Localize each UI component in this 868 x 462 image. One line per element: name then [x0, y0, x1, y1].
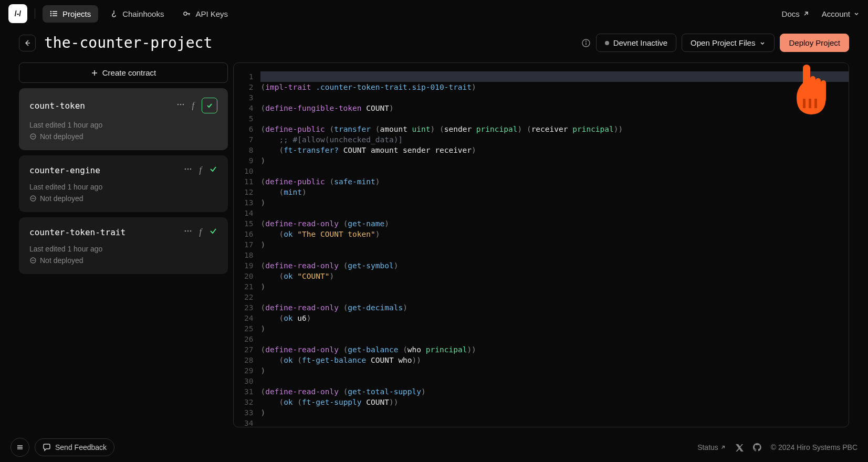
- svg-point-21: [190, 169, 191, 170]
- svg-point-15: [180, 104, 181, 106]
- dots-icon: [176, 100, 185, 109]
- contract-name: counter-token-trait: [29, 227, 180, 237]
- nav-docs[interactable]: Docs: [782, 9, 809, 18]
- x-icon: [735, 443, 744, 452]
- function-button[interactable]: f: [200, 227, 202, 237]
- menu-button[interactable]: [11, 438, 29, 457]
- code-editor[interactable]: 1234567891011121314151617181920212223242…: [233, 62, 849, 427]
- create-contract-button[interactable]: Create contract: [19, 62, 228, 83]
- devnet-button[interactable]: Devnet Inactive: [596, 34, 676, 52]
- contract-edited: Last edited 1 hour ago: [29, 121, 217, 129]
- plus-icon: [91, 69, 98, 77]
- nav-apikeys[interactable]: API Keys: [175, 5, 235, 23]
- open-files-button[interactable]: Open Project Files: [682, 34, 775, 52]
- status-check: [202, 98, 217, 113]
- function-button[interactable]: f: [192, 101, 194, 110]
- status-check: [209, 227, 217, 237]
- more-button[interactable]: [176, 100, 185, 111]
- contract-status: Not deployed: [29, 132, 217, 141]
- menu-icon: [16, 443, 24, 452]
- not-deployed-icon: [29, 257, 37, 264]
- arrow-left-icon: [23, 39, 32, 47]
- dots-icon: [184, 227, 192, 235]
- logo[interactable]: /-/: [8, 4, 27, 23]
- project-title: the-counter-project: [44, 34, 212, 51]
- line-gutter: 1234567891011121314151617181920212223242…: [234, 63, 260, 427]
- nav-label: API Keys: [195, 9, 228, 18]
- github-icon: [753, 443, 761, 452]
- key-icon: [183, 9, 191, 18]
- svg-point-5: [51, 16, 51, 16]
- status-check: [209, 165, 217, 175]
- nav-label: Chainhooks: [122, 9, 164, 18]
- deploy-label: Deploy Project: [789, 38, 840, 47]
- svg-point-19: [184, 169, 186, 170]
- svg-point-25: [187, 230, 189, 232]
- status-dot-icon: [605, 41, 609, 45]
- function-button[interactable]: f: [200, 165, 202, 175]
- list-icon: [50, 9, 58, 18]
- chevron-down-icon: [759, 40, 766, 46]
- contract-status: Not deployed: [29, 256, 217, 265]
- svg-point-16: [182, 104, 184, 106]
- nav-label: Account: [822, 9, 850, 18]
- external-icon: [720, 445, 726, 450]
- dots-icon: [184, 165, 192, 173]
- chevron-down-icon: [853, 10, 860, 17]
- svg-point-3: [51, 12, 51, 12]
- create-label: Create contract: [102, 68, 156, 77]
- check-icon: [206, 102, 213, 109]
- nav-account[interactable]: Account: [822, 9, 860, 18]
- status-link[interactable]: Status: [697, 443, 726, 452]
- chat-icon: [43, 443, 51, 452]
- check-icon: [209, 165, 217, 173]
- info-icon: [581, 38, 591, 48]
- svg-point-20: [187, 169, 189, 170]
- code-content: (impl-trait .counter-token-trait.sip-010…: [260, 71, 849, 427]
- divider: [35, 8, 35, 19]
- more-button[interactable]: [184, 165, 192, 175]
- hook-icon: [110, 9, 118, 18]
- more-button[interactable]: [184, 227, 192, 237]
- contract-edited: Last edited 1 hour ago: [29, 245, 217, 253]
- devnet-label: Devnet Inactive: [613, 38, 667, 47]
- svg-point-11: [585, 41, 586, 41]
- svg-point-4: [51, 14, 51, 14]
- svg-point-6: [184, 12, 187, 15]
- external-icon: [803, 10, 809, 17]
- not-deployed-icon: [29, 195, 37, 202]
- contract-edited: Last edited 1 hour ago: [29, 183, 217, 191]
- nav-label: Projects: [62, 9, 91, 18]
- svg-point-26: [190, 230, 191, 232]
- svg-point-14: [177, 104, 179, 106]
- deploy-button[interactable]: Deploy Project: [780, 34, 849, 52]
- back-button[interactable]: [19, 35, 36, 51]
- contract-card[interactable]: counter-engine f Last edited 1 hour ago …: [19, 155, 228, 212]
- contract-card[interactable]: counter-token-trait f Last edited 1 hour…: [19, 217, 228, 274]
- feedback-button[interactable]: Send Feedback: [35, 438, 114, 456]
- contract-name: counter-engine: [29, 165, 180, 175]
- github-link[interactable]: [753, 443, 761, 452]
- info-button[interactable]: [581, 38, 591, 48]
- copyright: © 2024 Hiro Systems PBC: [771, 443, 857, 452]
- contract-status: Not deployed: [29, 194, 217, 203]
- nav-projects[interactable]: Projects: [43, 5, 98, 23]
- contract-name: count-token: [29, 101, 172, 111]
- check-icon: [209, 227, 217, 235]
- open-files-label: Open Project Files: [691, 38, 755, 47]
- not-deployed-icon: [29, 133, 37, 140]
- x-link[interactable]: [735, 443, 744, 452]
- nav-label: Docs: [782, 9, 800, 18]
- svg-point-24: [184, 230, 186, 232]
- feedback-label: Send Feedback: [55, 443, 107, 452]
- contract-card[interactable]: count-token f Last edited 1 hour ago Not…: [19, 88, 228, 150]
- nav-chainhooks[interactable]: Chainhooks: [102, 5, 171, 23]
